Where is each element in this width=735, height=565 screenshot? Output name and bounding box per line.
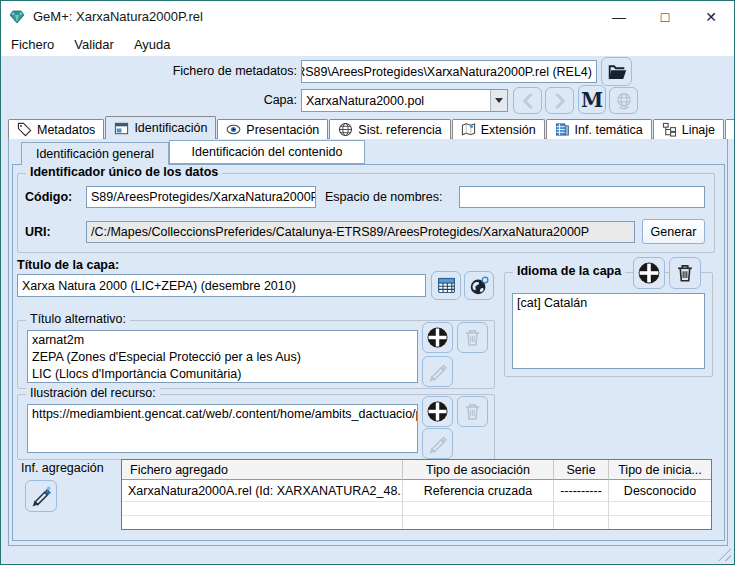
alt-title-listbox[interactable]: xarnat2m ZEPA (Zones d'Especial Protecci… [27,330,418,383]
subtab-identificacion-contenido[interactable]: Identificación del contenido [169,140,365,164]
calendar-table-icon [436,275,457,296]
alt-title-group-title: Título alternativo: [26,312,130,326]
identification-panel-icon [114,121,129,136]
metadata-file-input[interactable]: Preferides\Catalunya-ETRS89\AreesProtegi… [301,60,597,83]
illustration-listbox[interactable]: https://mediambient.gencat.cat/web/.cont… [27,404,418,453]
list-item[interactable]: [cat] Catalán [517,295,700,312]
list-item[interactable]: LIC (Llocs d'Importància Comunitària) [32,366,413,383]
language-listbox[interactable]: [cat] Catalán [512,293,705,369]
gem-app-icon [9,9,25,25]
illustration-group-title: Ilustración del recurso: [26,386,160,400]
trash-icon [462,401,483,422]
menu-ayuda[interactable]: Ayuda [124,32,181,56]
table-cell[interactable]: ---------- [554,480,609,502]
table-cell[interactable]: Desconocido [609,480,711,502]
delete-illustration-button [457,396,488,427]
list-item[interactable]: https://mediambient.gencat.cat/web/.cont… [32,406,413,423]
layer-label: Capa: [11,93,297,107]
chevron-right-icon [551,92,569,110]
tag-icon [17,122,32,137]
tab-distribucion[interactable]: Dis [725,119,735,139]
delete-language-button[interactable] [669,257,701,289]
tab-inf-tematica[interactable]: Inf. temática [546,119,652,139]
layer-combobox-value: XarxaNatura2000.pol [302,94,490,108]
m-icon: M [581,88,603,112]
add-language-button[interactable] [633,257,665,289]
globe-view-button [609,87,638,114]
globe-search-icon [468,275,490,297]
app-window: GeM+: XarxaNatura2000P.rel — □ ✕ Fichero… [0,0,735,565]
metadata-file-label: Fichero de metadatos: [11,64,297,78]
pencil-icon [30,485,52,507]
table-cell-empty[interactable] [122,516,403,529]
column-header[interactable]: Serie [554,460,609,480]
unique-identifier-group: Identificador único de los datos [17,173,715,253]
table-cell[interactable]: Referencia cruzada [403,480,554,502]
list-item[interactable]: ZEPA (Zones d'Especial Protecció per a l… [32,349,413,366]
tab-identificacion[interactable]: Identificación [105,116,216,139]
pencil-icon [427,433,448,454]
column-header[interactable]: Fichero agregado [122,460,403,480]
layer-language-group-title: Idioma de la capa [513,264,625,278]
trash-icon [462,327,483,348]
menu-fichero[interactable]: Fichero [1,32,64,56]
tab-extension[interactable]: Extensión [452,119,545,139]
minimize-button[interactable]: — [596,1,642,32]
table-cell-empty[interactable] [609,516,711,529]
previous-layer-button [513,87,542,114]
resize-grip[interactable] [718,548,731,561]
plus-icon [426,400,449,423]
online-lookup-button[interactable] [464,271,494,300]
edit-aggregation-button[interactable] [25,480,57,512]
tab-metadatos[interactable]: Metadatos [8,119,104,139]
plus-icon [426,326,449,349]
titlebar: GeM+: XarxaNatura2000P.rel — □ ✕ [1,1,734,32]
chevron-down-icon[interactable] [490,90,507,111]
add-alt-title-button[interactable] [422,322,453,353]
unique-identifier-group-title: Identificador único de los datos [26,165,222,179]
tab-linaje[interactable]: Linaje [653,119,724,139]
layer-combobox[interactable]: XarxaNatura2000.pol [301,89,508,112]
close-button[interactable]: ✕ [688,1,734,32]
table-cell-empty[interactable] [122,502,403,516]
table-cell-empty[interactable] [403,516,554,529]
globe-icon [614,91,634,111]
maximize-button[interactable]: □ [642,1,688,32]
tab-sist-referencia[interactable]: Sist. referencia [329,119,450,139]
globe-wire-icon [338,122,353,137]
open-file-button[interactable] [601,57,632,86]
folder-open-icon [606,61,628,83]
plus-icon [637,261,661,285]
table-cell-empty[interactable] [609,502,711,516]
metadata-m-button[interactable]: M [578,85,606,114]
add-illustration-button[interactable] [422,396,453,427]
main-tabstrip: Metadatos Identificación Presentación Si… [8,116,735,139]
list-item[interactable]: xarnat2m [32,332,413,349]
table-cell-empty[interactable] [554,516,609,529]
hierarchy-icon [662,122,677,137]
edit-alt-title-button [422,356,453,387]
menu-validar[interactable]: Validar [64,32,124,56]
map-icon [461,122,476,137]
pencil-icon [427,361,448,382]
aggregation-table: Fichero agregado Tipo de asociación Seri… [121,459,712,530]
translations-button[interactable] [431,271,461,300]
edit-illustration-button [422,428,453,459]
delete-alt-title-button [457,322,488,353]
table-cell[interactable]: XarxaNatura2000A.rel (Id: XARXANATURA2_4… [122,480,403,502]
thematic-table-icon [555,122,570,137]
chevron-left-icon [519,92,537,110]
next-layer-button [545,87,574,114]
eye-icon [226,122,241,137]
table-cell-empty[interactable] [554,502,609,516]
subtab-identificacion-general[interactable]: Identificación general [21,142,169,165]
trash-icon [674,262,696,284]
tab-presentacion[interactable]: Presentación [217,119,328,139]
window-title: GeM+: XarxaNatura2000P.rel [33,9,203,24]
menubar: Fichero Validar Ayuda [1,32,734,56]
table-cell-empty[interactable] [403,502,554,516]
column-header[interactable]: Tipo de inicia... [609,460,711,480]
column-header[interactable]: Tipo de asociación [403,460,554,480]
